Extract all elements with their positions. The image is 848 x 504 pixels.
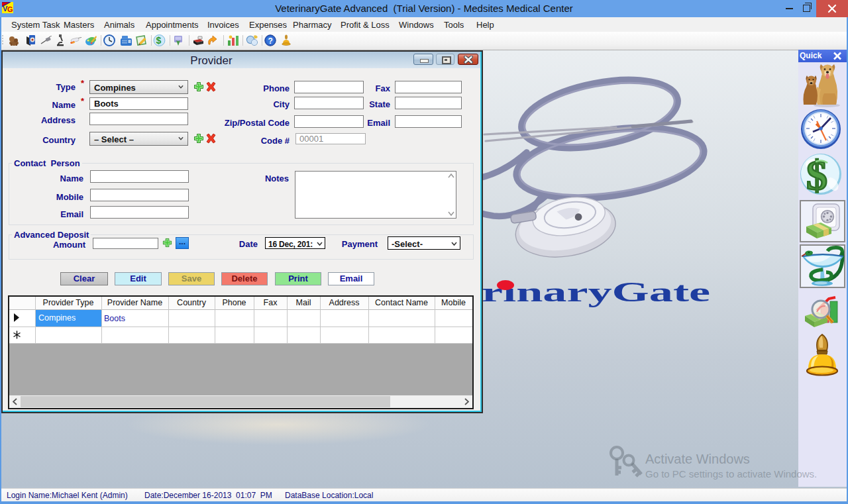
svg-text:$: $	[156, 35, 162, 46]
svg-text:?: ?	[268, 36, 272, 46]
svg-text:$: $	[806, 152, 827, 196]
